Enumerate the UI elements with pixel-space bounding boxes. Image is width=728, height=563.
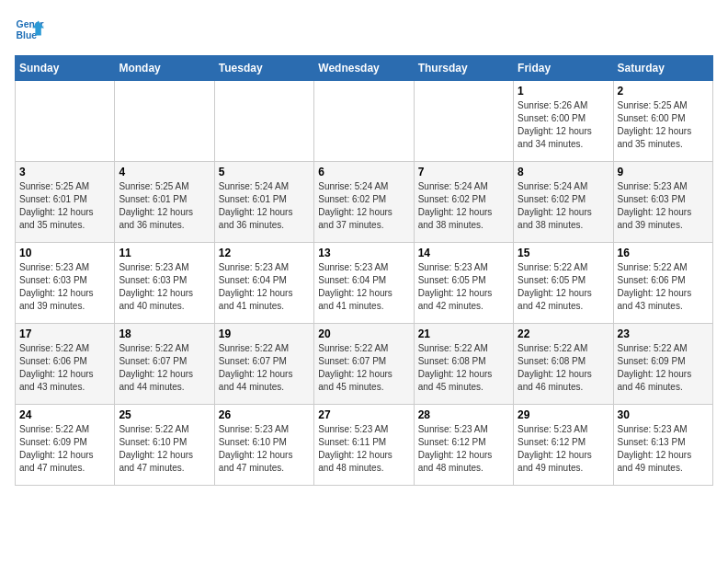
weekday-header-cell: Wednesday: [314, 56, 414, 81]
day-number: 4: [119, 166, 210, 178]
day-info: Sunrise: 5:23 AM Sunset: 6:03 PM Dayligh…: [19, 261, 110, 313]
day-number: 22: [518, 327, 609, 340]
day-number: 16: [618, 247, 709, 259]
day-number: 15: [518, 247, 609, 259]
svg-text:Blue: Blue: [17, 30, 38, 40]
calendar-cell: 21Sunrise: 5:22 AM Sunset: 6:08 PM Dayli…: [414, 324, 513, 405]
day-number: 14: [418, 247, 509, 259]
day-info: Sunrise: 5:23 AM Sunset: 6:11 PM Dayligh…: [318, 423, 409, 475]
calendar-cell: 7Sunrise: 5:24 AM Sunset: 6:02 PM Daylig…: [414, 162, 513, 243]
calendar-cell: 23Sunrise: 5:22 AM Sunset: 6:09 PM Dayli…: [613, 324, 712, 405]
weekday-header-cell: Sunday: [16, 56, 115, 81]
calendar-week-row: 17Sunrise: 5:22 AM Sunset: 6:06 PM Dayli…: [16, 324, 713, 405]
day-number: 18: [119, 327, 210, 340]
calendar-week-row: 10Sunrise: 5:23 AM Sunset: 6:03 PM Dayli…: [16, 243, 713, 324]
calendar-cell: [115, 81, 214, 162]
weekday-header-row: SundayMondayTuesdayWednesdayThursdayFrid…: [16, 56, 713, 81]
calendar-cell: 26Sunrise: 5:23 AM Sunset: 6:10 PM Dayli…: [214, 405, 313, 486]
day-number: 29: [518, 408, 609, 421]
day-number: 21: [418, 327, 509, 340]
day-info: Sunrise: 5:23 AM Sunset: 6:03 PM Dayligh…: [618, 180, 709, 232]
calendar-cell: 8Sunrise: 5:24 AM Sunset: 6:02 PM Daylig…: [514, 162, 613, 243]
calendar-cell: 27Sunrise: 5:23 AM Sunset: 6:11 PM Dayli…: [314, 405, 414, 486]
day-info: Sunrise: 5:22 AM Sunset: 6:10 PM Dayligh…: [119, 423, 210, 475]
weekday-header-cell: Monday: [115, 56, 214, 81]
calendar-cell: 13Sunrise: 5:23 AM Sunset: 6:04 PM Dayli…: [314, 243, 414, 324]
day-number: 9: [618, 166, 709, 178]
weekday-header-cell: Thursday: [414, 56, 513, 81]
logo-icon: General Blue: [15, 15, 44, 44]
calendar-cell: 15Sunrise: 5:22 AM Sunset: 6:05 PM Dayli…: [514, 243, 613, 324]
day-info: Sunrise: 5:22 AM Sunset: 6:06 PM Dayligh…: [618, 261, 709, 313]
calendar-cell: 9Sunrise: 5:23 AM Sunset: 6:03 PM Daylig…: [613, 162, 712, 243]
day-number: 7: [418, 166, 509, 178]
calendar-cell: [214, 81, 313, 162]
calendar-table: SundayMondayTuesdayWednesdayThursdayFrid…: [15, 55, 713, 486]
day-info: Sunrise: 5:22 AM Sunset: 6:07 PM Dayligh…: [119, 342, 210, 394]
calendar-cell: 24Sunrise: 5:22 AM Sunset: 6:09 PM Dayli…: [16, 405, 115, 486]
day-number: 19: [219, 327, 310, 340]
day-info: Sunrise: 5:25 AM Sunset: 6:01 PM Dayligh…: [119, 180, 210, 232]
day-info: Sunrise: 5:22 AM Sunset: 6:07 PM Dayligh…: [318, 342, 409, 394]
day-number: 24: [19, 408, 110, 421]
day-info: Sunrise: 5:24 AM Sunset: 6:02 PM Dayligh…: [318, 180, 409, 232]
calendar-cell: 5Sunrise: 5:24 AM Sunset: 6:01 PM Daylig…: [214, 162, 313, 243]
day-info: Sunrise: 5:24 AM Sunset: 6:01 PM Dayligh…: [219, 180, 310, 232]
day-number: 28: [418, 408, 509, 421]
calendar-cell: 12Sunrise: 5:23 AM Sunset: 6:04 PM Dayli…: [214, 243, 313, 324]
calendar-cell: 14Sunrise: 5:23 AM Sunset: 6:05 PM Dayli…: [414, 243, 513, 324]
calendar-cell: 30Sunrise: 5:23 AM Sunset: 6:13 PM Dayli…: [613, 405, 712, 486]
day-info: Sunrise: 5:24 AM Sunset: 6:02 PM Dayligh…: [518, 180, 609, 232]
day-info: Sunrise: 5:26 AM Sunset: 6:00 PM Dayligh…: [518, 99, 609, 151]
calendar-week-row: 1Sunrise: 5:26 AM Sunset: 6:00 PM Daylig…: [16, 81, 713, 162]
calendar-cell: 1Sunrise: 5:26 AM Sunset: 6:00 PM Daylig…: [514, 81, 613, 162]
day-number: 1: [518, 85, 609, 98]
day-info: Sunrise: 5:22 AM Sunset: 6:09 PM Dayligh…: [618, 342, 709, 394]
day-number: 30: [618, 408, 709, 421]
calendar-cell: 25Sunrise: 5:22 AM Sunset: 6:10 PM Dayli…: [115, 405, 214, 486]
logo: General Blue: [15, 15, 44, 44]
day-info: Sunrise: 5:25 AM Sunset: 6:00 PM Dayligh…: [618, 99, 709, 151]
calendar-week-row: 3Sunrise: 5:25 AM Sunset: 6:01 PM Daylig…: [16, 162, 713, 243]
day-info: Sunrise: 5:23 AM Sunset: 6:03 PM Dayligh…: [119, 261, 210, 313]
day-info: Sunrise: 5:25 AM Sunset: 6:01 PM Dayligh…: [19, 180, 110, 232]
calendar-cell: 17Sunrise: 5:22 AM Sunset: 6:06 PM Dayli…: [16, 324, 115, 405]
calendar-cell: 6Sunrise: 5:24 AM Sunset: 6:02 PM Daylig…: [314, 162, 414, 243]
day-info: Sunrise: 5:23 AM Sunset: 6:04 PM Dayligh…: [318, 261, 409, 313]
day-info: Sunrise: 5:23 AM Sunset: 6:12 PM Dayligh…: [418, 423, 509, 475]
day-info: Sunrise: 5:23 AM Sunset: 6:05 PM Dayligh…: [418, 261, 509, 313]
day-number: 17: [19, 327, 110, 340]
day-info: Sunrise: 5:22 AM Sunset: 6:08 PM Dayligh…: [418, 342, 509, 394]
calendar-cell: 4Sunrise: 5:25 AM Sunset: 6:01 PM Daylig…: [115, 162, 214, 243]
page-header: General Blue: [15, 15, 713, 44]
calendar-body: 1Sunrise: 5:26 AM Sunset: 6:00 PM Daylig…: [16, 81, 713, 486]
calendar-cell: 29Sunrise: 5:23 AM Sunset: 6:12 PM Dayli…: [514, 405, 613, 486]
calendar-cell: 22Sunrise: 5:22 AM Sunset: 6:08 PM Dayli…: [514, 324, 613, 405]
calendar-cell: 20Sunrise: 5:22 AM Sunset: 6:07 PM Dayli…: [314, 324, 414, 405]
day-info: Sunrise: 5:22 AM Sunset: 6:09 PM Dayligh…: [19, 423, 110, 475]
day-number: 3: [19, 166, 110, 178]
day-info: Sunrise: 5:23 AM Sunset: 6:13 PM Dayligh…: [618, 423, 709, 475]
calendar-cell: 16Sunrise: 5:22 AM Sunset: 6:06 PM Dayli…: [613, 243, 712, 324]
day-number: 27: [318, 408, 409, 421]
day-number: 20: [318, 327, 409, 340]
day-info: Sunrise: 5:22 AM Sunset: 6:07 PM Dayligh…: [219, 342, 310, 394]
calendar-cell: [16, 81, 115, 162]
day-info: Sunrise: 5:24 AM Sunset: 6:02 PM Dayligh…: [418, 180, 509, 232]
weekday-header-cell: Tuesday: [214, 56, 313, 81]
day-number: 13: [318, 247, 409, 259]
calendar-cell: 18Sunrise: 5:22 AM Sunset: 6:07 PM Dayli…: [115, 324, 214, 405]
day-info: Sunrise: 5:23 AM Sunset: 6:10 PM Dayligh…: [219, 423, 310, 475]
calendar-week-row: 24Sunrise: 5:22 AM Sunset: 6:09 PM Dayli…: [16, 405, 713, 486]
day-number: 12: [219, 247, 310, 259]
day-number: 26: [219, 408, 310, 421]
calendar-cell: 19Sunrise: 5:22 AM Sunset: 6:07 PM Dayli…: [214, 324, 313, 405]
weekday-header-cell: Friday: [514, 56, 613, 81]
calendar-cell: 28Sunrise: 5:23 AM Sunset: 6:12 PM Dayli…: [414, 405, 513, 486]
day-number: 23: [618, 327, 709, 340]
calendar-cell: 11Sunrise: 5:23 AM Sunset: 6:03 PM Dayli…: [115, 243, 214, 324]
day-number: 8: [518, 166, 609, 178]
calendar-cell: 10Sunrise: 5:23 AM Sunset: 6:03 PM Dayli…: [16, 243, 115, 324]
weekday-header-cell: Saturday: [613, 56, 712, 81]
day-number: 2: [618, 85, 709, 98]
